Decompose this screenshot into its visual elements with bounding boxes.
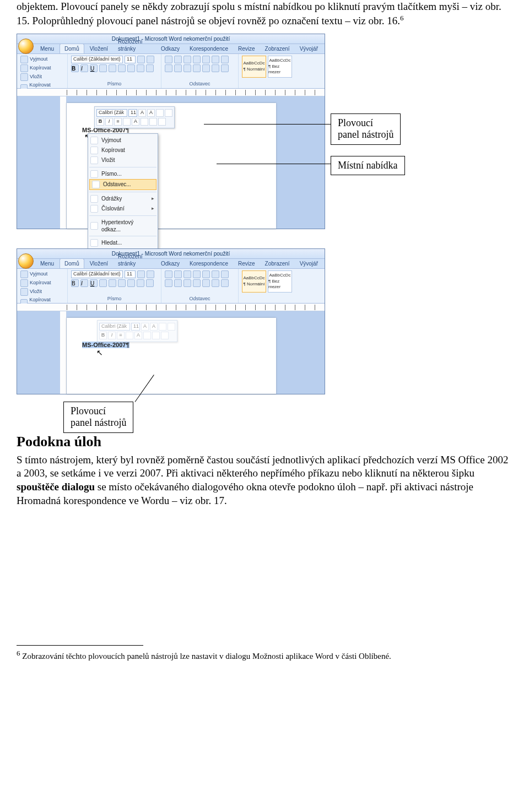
mini-align-icon[interactable]: ≡ [114,118,122,126]
ctx-hyperlink[interactable]: Hypertextový odkaz... [88,218,158,234]
indent-dec-icon[interactable] [193,270,201,278]
floating-mini-toolbar[interactable]: Calibri (Zák 11 A A B I ≡ A [94,106,175,128]
justify-icon[interactable] [193,279,201,287]
strike-icon[interactable] [99,279,107,287]
tab-mailings[interactable]: Korespondence [185,259,233,268]
borders-icon[interactable] [221,64,229,72]
indent-inc-icon[interactable] [202,270,210,278]
ctx-paragraph[interactable]: Odstavec... [89,179,156,190]
underline-icon[interactable]: U [90,64,98,72]
align-center-icon[interactable] [174,279,182,287]
font-family-select[interactable]: Calibri (Základní text) [71,270,123,278]
italic-icon[interactable]: I [80,279,88,287]
sup-icon[interactable] [118,64,126,72]
align-left-icon[interactable] [165,64,172,72]
shading-icon[interactable] [212,64,219,72]
document-area[interactable]: MS-Office-2007¶ ↖ Calibri (Zák 11 A A B … [17,96,325,229]
bullets-icon[interactable] [165,270,172,278]
mini-font-size[interactable]: 11 [131,323,140,331]
line-spacing-icon[interactable] [202,279,210,287]
italic-icon[interactable]: I [80,64,88,72]
mini-font-family[interactable]: Calibri (Zák [96,109,127,117]
cut-icon[interactable] [20,270,28,278]
grow-font-icon[interactable] [137,56,145,63]
tab-home[interactable]: Domů [60,258,84,268]
font-family-select[interactable]: Calibri (Základní text) [71,56,123,63]
mini-font-color-icon[interactable]: A [132,118,139,126]
tab-view[interactable]: Zobrazení [261,259,294,268]
style-no-spacing[interactable]: AaBbCcDc ¶ Bez mezer [268,270,292,293]
strike-icon[interactable] [99,64,107,72]
copy-icon[interactable] [20,64,28,72]
paste-label[interactable]: Vložit [30,74,42,80]
mini-bullets-icon[interactable] [158,118,166,126]
page[interactable]: MS-Office-2007¶ ↖ Calibri (Zák 11 A A B … [67,103,276,229]
mini-italic-icon[interactable]: I [108,332,116,339]
show-marks-icon[interactable] [221,56,229,63]
sort-icon[interactable] [212,56,219,63]
office-button[interactable] [18,39,34,54]
mini-font-size[interactable]: 11 [128,109,137,117]
bold-icon[interactable]: B [71,279,79,287]
ctx-cut[interactable]: Vyjmout [88,136,158,145]
tab-home[interactable]: Domů [60,44,84,53]
grow-font-icon[interactable] [137,270,145,278]
mini-format-painter-icon[interactable] [165,109,172,117]
indent-inc-icon[interactable] [202,56,210,63]
underline-icon[interactable]: U [90,279,98,287]
borders-icon[interactable] [221,279,229,287]
mini-bold-icon[interactable]: B [99,332,107,339]
vertical-ruler[interactable] [60,311,67,394]
font-color-icon[interactable] [146,279,154,287]
mini-shrink-icon[interactable]: A [147,109,155,117]
mini-styles-icon[interactable] [159,323,166,331]
tab-layout[interactable]: Rozložení stránky [114,252,155,268]
tab-view[interactable]: Zobrazení [261,44,294,53]
tab-dev[interactable]: Vývojář [295,259,322,268]
mini-font-family[interactable]: Calibri (Zák [99,323,130,331]
align-center-icon[interactable] [174,64,182,72]
align-left-icon[interactable] [165,279,172,287]
sub-icon[interactable] [109,279,116,287]
mini-bullets-icon[interactable] [161,332,169,339]
multilevel-icon[interactable] [183,270,191,278]
shading-icon[interactable] [212,279,219,287]
paste-icon[interactable] [20,73,28,81]
page[interactable]: MS-Office-2007¶ ↖ Calibri (Zák 11 A A B … [67,318,276,394]
mini-indent-inc-icon[interactable] [152,332,160,339]
tab-insert[interactable]: Vložení [85,259,112,268]
case-icon[interactable] [127,64,135,72]
mini-indent-dec-icon[interactable] [143,332,151,339]
font-color-icon[interactable] [146,64,154,72]
mini-styles-icon[interactable] [156,109,164,117]
office-button[interactable] [18,253,34,269]
paste-icon[interactable] [20,288,28,296]
mini-align-icon[interactable]: ≡ [117,332,125,339]
tab-review[interactable]: Revize [234,259,260,268]
ctx-font[interactable]: Písmo... [88,169,158,179]
vertical-ruler[interactable] [60,96,67,229]
mini-indent-inc-icon[interactable] [149,118,157,126]
mini-indent-dec-icon[interactable] [141,118,148,126]
sub-icon[interactable] [109,64,116,72]
tab-dev[interactable]: Vývojář [295,44,322,53]
font-size-select[interactable]: 11 [125,270,136,278]
mini-shrink-icon[interactable]: A [150,323,158,331]
mini-format-painter-icon[interactable] [168,323,175,331]
copy-icon[interactable] [20,279,28,287]
tab-mailings[interactable]: Korespondence [185,44,233,53]
style-normal[interactable]: AaBbCcDc ¶ Normální [242,56,266,78]
align-right-icon[interactable] [183,64,191,72]
ctx-numbering[interactable]: Číslování▸ [88,204,158,214]
mini-grow-icon[interactable]: A [141,323,149,331]
mini-grow-icon[interactable]: A [138,109,146,117]
cut-icon[interactable] [20,56,28,63]
ctx-bullets[interactable]: Odrážky▸ [88,194,158,204]
multilevel-icon[interactable] [183,56,191,63]
mini-bold-icon[interactable]: B [96,118,104,126]
sup-icon[interactable] [118,279,126,287]
mini-italic-icon[interactable]: I [105,118,113,126]
tab-menu[interactable]: Menu [36,259,58,268]
numbering-icon[interactable] [174,270,182,278]
ctx-search[interactable]: Hledat... [88,238,158,248]
